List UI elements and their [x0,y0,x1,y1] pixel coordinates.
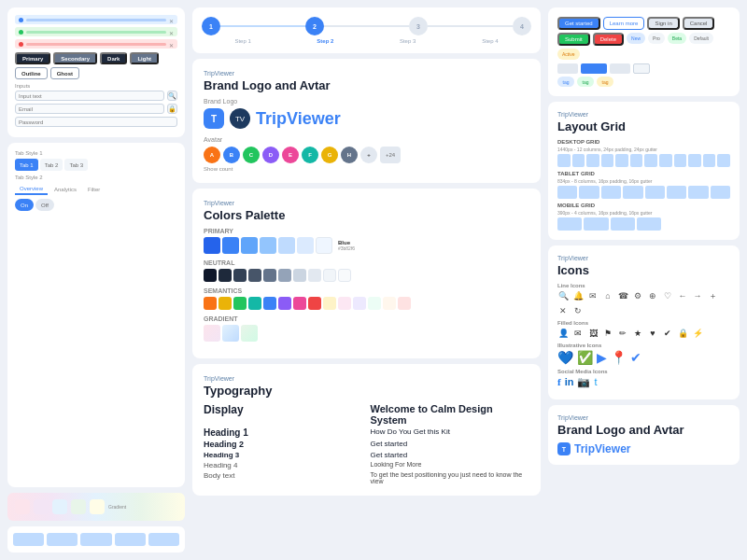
light-button[interactable]: Light [130,52,159,64]
typography-card: TripViewer Typography Display Welcome to… [192,364,541,496]
bell-icon: 🔔 [572,290,584,301]
mail-filled-icon: ✉ [572,328,584,339]
tab-row-pill: Tab 1 Tab 2 Tab 3 [15,159,177,171]
gradient-swatch-5 [90,499,105,514]
extra-comp-row [557,63,730,74]
comp-tag-2: tag [577,77,594,87]
brand-logo-card: TripViewer Brand Logo and Avtar Brand Lo… [192,59,541,183]
display-value: Welcome to Calm Design System [371,403,530,426]
text-input[interactable] [15,91,164,101]
blue-bar-2 [47,533,78,546]
gradient-swatch-1 [204,325,220,342]
mcol-3 [611,217,635,231]
badge-default: Default [689,33,713,44]
alert-dot-red [19,42,23,47]
comp-btn-3[interactable]: Sign in [647,17,679,30]
tab-underline-1[interactable]: Overview [15,183,48,195]
primary-swatch-3 [241,237,258,254]
desktop-grid-label: DESKTOP GRID [557,139,730,145]
desktop-grid-cols [557,154,730,167]
blue-bar-3 [80,533,111,546]
close-icon[interactable]: ✕ [169,18,174,22]
comp-btn-6[interactable]: Delete [593,33,624,46]
gradient-swatch-3 [241,325,258,342]
comp-btn-2[interactable]: Learn more [603,17,645,30]
primary-button[interactable]: Primary [15,52,50,64]
step-3[interactable]: 3 [409,17,428,35]
toggle-on[interactable]: On [15,199,34,211]
stepper-labels: Step 1 Step 2 Step 3 Step 4 [202,38,531,44]
comp-elem-3 [610,63,630,74]
badge-active: Active [557,49,580,60]
h3-label: Heading 3 [204,451,363,459]
home-icon: ⌂ [602,290,613,301]
search-icon: 🔍 [557,290,569,301]
icons-card-label: TripViewer [557,255,730,261]
close-icon[interactable]: ✕ [169,30,174,35]
flag-filled-icon: ⚑ [602,328,613,339]
input-row-1: 🔍 [15,91,177,101]
secondary-button[interactable]: Secondary [53,52,97,64]
alert-dot-blue [19,18,23,22]
comp-btn-5[interactable]: Submit [557,33,590,46]
avatar-6: F [302,147,318,163]
semantics-orange-light [383,297,396,310]
step-label-1: Step 1 [202,38,284,44]
logo-square-icon: T [204,108,224,129]
step-line-3 [428,25,513,27]
input-section: Inputs 🔍 🔒 [15,83,177,127]
tab-underline-3[interactable]: Filter [83,183,105,195]
step-1[interactable]: 1 [202,17,220,35]
linkedin-icon: in [565,376,574,388]
instagram-icon: 📷 [577,376,590,388]
filled-icons-row: 👤 ✉ 🖼 ⚑ ✏ ★ ♥ ✔ 🔒 ⚡ [557,328,730,339]
semantics-red-light [398,297,411,310]
stepper-row: 1 2 3 4 [202,17,531,35]
dcol-7 [644,154,657,167]
mobile-grid-label: MOBILE GRID [557,203,730,208]
comp-btn-1[interactable]: Get started [557,17,600,30]
neutral-palette-label: NEUTRAL [204,259,529,266]
alert-line [26,43,166,46]
h2-value: Get started [371,440,530,449]
tab-item-1[interactable]: Tab 1 [15,159,38,171]
brand-logo-area: T TV TripViewer [204,108,529,129]
palette-primary-info: Blue #3b82f6 [338,240,355,251]
outline-button[interactable]: Outline [15,67,48,79]
tcol-7 [688,186,708,199]
add-icon: ＋ [707,290,718,301]
input-row-2: 🔒 [15,104,177,114]
alert-line [26,31,166,34]
semantics-purple [278,297,291,310]
pencil-filled-icon: ✏ [617,328,628,339]
password-input[interactable] [15,117,177,127]
step-2[interactable]: 2 [305,17,324,35]
check-filled-icon: ✔ [662,328,673,339]
brand-sm-square-icon: T [557,442,571,455]
social-icons-label: Social Media Icons [557,369,730,374]
user-filled-icon: 👤 [557,328,569,339]
mcol-4 [637,217,661,231]
neutral-swatch-2 [218,269,232,282]
tcol-4 [623,186,642,199]
avatar-1: A [204,147,220,163]
layout-card-label: TripViewer [557,111,730,118]
tab-item-2[interactable]: Tab 2 [40,159,63,171]
primary-swatch-5 [278,237,295,254]
comp-btn-4[interactable]: Cancel [683,17,715,30]
settings-icon: ⚙ [632,290,643,301]
step-4[interactable]: 4 [513,17,531,35]
ghost-button[interactable]: Ghost [50,67,79,79]
tab-item-3[interactable]: Tab 3 [64,159,88,171]
toggle-off[interactable]: Off [35,199,54,211]
refresh-icon: ↻ [572,305,584,316]
email-input[interactable] [15,104,164,114]
brand-card-label: TripViewer [204,70,529,77]
tab-underline-2[interactable]: Analytics [49,183,81,195]
alert-success: ✕ [15,27,177,36]
close-icon: ✕ [557,305,569,316]
step-label-4: Step 4 [449,38,531,44]
social-icons-row: f in 📷 t [557,376,730,388]
dark-button[interactable]: Dark [100,52,127,64]
close-icon[interactable]: ✕ [169,42,174,47]
